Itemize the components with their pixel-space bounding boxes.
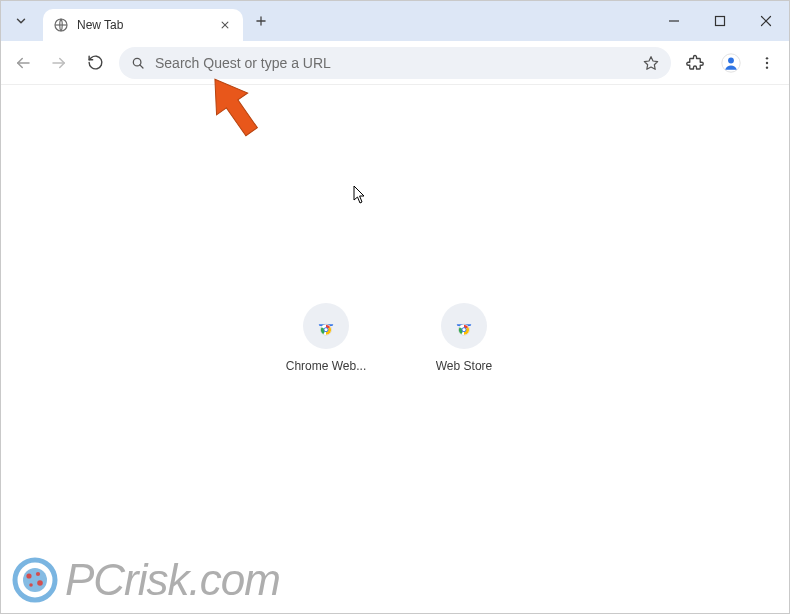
maximize-icon: [714, 15, 726, 27]
reload-icon: [87, 54, 104, 71]
menu-button[interactable]: [751, 47, 783, 79]
svg-point-28: [26, 573, 31, 578]
arrow-left-icon: [14, 54, 32, 72]
shortcut-label: Chrome Web...: [286, 359, 366, 373]
shortcut-icon-circle: [441, 303, 487, 349]
omnibox-placeholder: Search Quest or type a URL: [155, 55, 633, 71]
bookmark-star-button[interactable]: [643, 55, 659, 71]
kebab-menu-icon: [759, 55, 775, 71]
tab-new-tab[interactable]: New Tab: [43, 9, 243, 41]
close-tab-button[interactable]: [217, 17, 233, 33]
watermark-text: PCrisk.com: [65, 555, 280, 605]
window-controls: [651, 1, 789, 41]
close-window-button[interactable]: [743, 1, 789, 41]
new-tab-button[interactable]: [247, 7, 275, 35]
browser-window: New Tab: [0, 0, 790, 614]
arrow-right-icon: [50, 54, 68, 72]
svg-point-27: [23, 568, 47, 592]
minimize-button[interactable]: [651, 1, 697, 41]
omnibox[interactable]: Search Quest or type a URL: [119, 47, 671, 79]
web-store-icon: [315, 315, 337, 337]
chevron-down-icon: [14, 14, 28, 28]
svg-marker-13: [644, 56, 657, 69]
mouse-cursor-icon: [353, 185, 369, 209]
forward-button[interactable]: [43, 47, 75, 79]
svg-point-29: [36, 572, 40, 576]
reload-button[interactable]: [79, 47, 111, 79]
plus-icon: [254, 14, 268, 28]
svg-line-12: [140, 64, 143, 67]
shortcut-icon-circle: [303, 303, 349, 349]
title-bar: New Tab: [1, 1, 789, 41]
minimize-icon: [668, 15, 680, 27]
star-icon: [643, 55, 659, 71]
globe-icon: [53, 17, 69, 33]
shortcut-label: Web Store: [436, 359, 492, 373]
svg-point-15: [728, 57, 734, 63]
search-icon: [131, 56, 145, 70]
close-icon: [760, 15, 772, 27]
content-area: Chrome Web... Web Store: [1, 85, 789, 613]
svg-rect-6: [716, 17, 725, 26]
watermark-logo-icon: [11, 556, 59, 604]
puzzle-icon: [686, 54, 704, 72]
svg-point-21: [324, 328, 328, 332]
back-button[interactable]: [7, 47, 39, 79]
svg-point-24: [462, 328, 466, 332]
svg-point-16: [766, 57, 768, 59]
svg-point-31: [29, 583, 33, 587]
svg-point-18: [766, 66, 768, 68]
shortcut-web-store[interactable]: Web Store: [416, 303, 512, 373]
svg-point-30: [37, 580, 43, 586]
shortcut-chrome-web[interactable]: Chrome Web...: [278, 303, 374, 373]
shortcut-grid: Chrome Web... Web Store: [278, 303, 512, 373]
profile-avatar-icon: [719, 51, 743, 75]
tab-title: New Tab: [77, 18, 209, 32]
profile-button[interactable]: [715, 47, 747, 79]
extensions-button[interactable]: [679, 47, 711, 79]
web-store-icon: [453, 315, 475, 337]
maximize-button[interactable]: [697, 1, 743, 41]
close-icon: [220, 20, 230, 30]
svg-point-17: [766, 61, 768, 63]
search-tabs-button[interactable]: [7, 7, 35, 35]
toolbar: Search Quest or type a URL: [1, 41, 789, 85]
watermark: PCrisk.com: [11, 555, 280, 605]
